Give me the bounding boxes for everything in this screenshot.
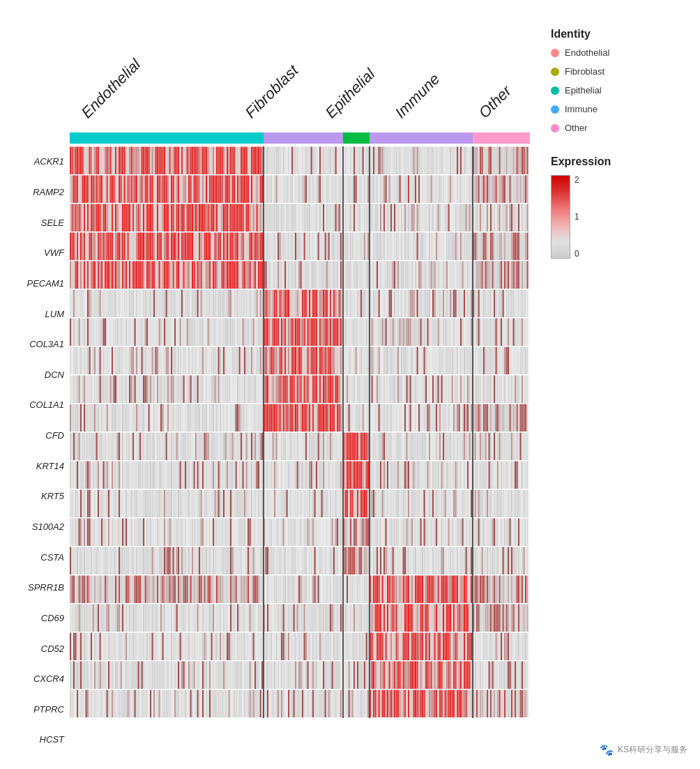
svg-rect-149 [328,147,330,175]
svg-rect-4100 [353,576,355,604]
svg-rect-1959 [281,347,282,375]
svg-rect-1983 [323,347,324,375]
svg-rect-209 [434,147,436,175]
svg-rect-1738 [353,319,355,347]
svg-rect-5129 [316,690,317,718]
svg-rect-1544 [475,290,476,318]
svg-rect-518 [517,176,518,204]
svg-rect-494 [475,176,476,204]
svg-rect-2848 [459,433,460,461]
svg-rect-3794 [276,547,277,575]
svg-rect-514 [510,176,511,204]
svg-rect-16 [96,147,98,175]
svg-rect-986 [417,233,418,261]
svg-rect-1299 [504,261,505,289]
svg-rect-170 [366,147,367,175]
svg-rect-2683 [169,433,171,461]
svg-rect-4079 [316,576,317,604]
svg-rect-3196 [149,490,150,518]
svg-rect-2097 [524,347,525,375]
svg-rect-2168 [187,376,188,404]
svg-rect-1010 [459,233,460,261]
svg-rect-1029 [492,233,494,261]
svg-rect-3905 [471,547,472,575]
svg-rect-3540 [291,519,293,547]
svg-rect-1742 [360,319,362,347]
svg-rect-3111 [460,462,462,489]
svg-rect-2522 [349,404,350,432]
svg-rect-3829 [337,547,338,575]
gene-SPRR1B: SPRR1B [14,582,70,593]
svg-rect-721 [411,204,413,232]
svg-rect-642 [273,204,274,232]
svg-rect-2048 [438,347,439,375]
svg-rect-751 [464,204,465,232]
svg-rect-2099 [527,347,528,375]
svg-rect-3062 [375,462,376,489]
svg-rect-2789 [356,433,357,461]
svg-rect-5075 [222,690,223,718]
svg-rect-1589 [93,319,94,347]
svg-rect-1904 [185,347,186,375]
svg-rect-4269 [188,604,190,632]
svg-rect-3719 [145,547,146,575]
svg-rect-171 [367,147,369,175]
svg-rect-4129 [404,576,406,604]
svg-rect-1854 [98,347,99,375]
svg-rect-2265 [357,376,358,404]
svg-rect-3960 [108,576,109,604]
svg-rect-4035 [239,576,241,604]
svg-rect-2557 [410,404,411,432]
svg-rect-2018 [386,347,387,375]
svg-rect-4674 [439,633,441,661]
svg-rect-5146 [347,690,348,718]
svg-rect-4331 [297,604,298,632]
svg-rect-175 [375,147,376,175]
svg-rect-2382 [103,404,105,432]
svg-rect-1787 [439,319,441,347]
svg-rect-1215 [357,261,358,289]
svg-rect-4656 [408,633,409,661]
svg-rect-2704 [206,433,207,461]
svg-rect-3103 [446,462,448,489]
svg-rect-1252 [422,261,423,289]
svg-rect-280 [100,176,101,204]
svg-rect-3901 [464,547,465,575]
svg-rect-3366 [446,490,448,518]
svg-rect-1240 [401,261,402,289]
svg-rect-1976 [311,347,312,375]
svg-rect-3590 [380,519,381,547]
svg-rect-2875 [506,433,508,461]
svg-rect-2985 [239,462,241,489]
svg-rect-1674 [241,319,242,347]
svg-rect-3903 [467,547,469,575]
svg-rect-3047 [349,462,350,489]
svg-rect-291 [119,176,120,204]
svg-rect-1418 [253,290,254,318]
svg-rect-3553 [314,519,316,547]
svg-rect-1731 [340,319,342,347]
svg-rect-4054 [273,576,274,604]
svg-rect-3328 [380,490,381,518]
svg-rect-2351 [508,376,509,404]
svg-rect-2927 [138,462,139,489]
svg-rect-2960 [195,462,197,489]
svg-rect-3126 [487,462,488,489]
svg-rect-4981 [517,662,518,690]
svg-rect-5178 [403,690,404,718]
svg-rect-2075 [485,347,487,375]
svg-rect-1829 [513,319,515,347]
svg-rect-1570 [520,290,522,318]
svg-rect-144 [319,147,321,175]
svg-rect-5215 [467,690,469,718]
svg-rect-3507 [234,519,235,547]
svg-rect-446 [390,176,392,204]
svg-rect-586 [174,204,176,232]
svg-rect-4333 [300,604,302,632]
svg-rect-4112 [375,576,376,604]
svg-rect-476 [443,176,444,204]
svg-rect-3139 [510,462,511,489]
svg-rect-1956 [276,347,277,375]
svg-rect-1261 [438,261,439,289]
svg-rect-2902 [94,462,96,489]
